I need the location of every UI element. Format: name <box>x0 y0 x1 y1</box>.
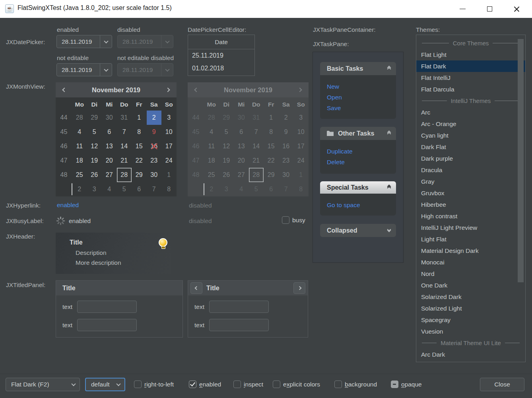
theme-list-item[interactable]: IntelliJ Light Preview <box>416 222 525 233</box>
checkbox-box[interactable] <box>134 381 142 388</box>
task-link[interactable]: New <box>327 81 396 92</box>
day-cell[interactable]: 30 <box>102 111 117 125</box>
table-row[interactable]: 25.11.2019 <box>188 49 254 62</box>
theme-list-item[interactable]: Arc - Orange <box>416 118 525 130</box>
day-cell[interactable]: 4 <box>234 182 249 196</box>
day-cell[interactable]: 7 <box>147 182 162 196</box>
day-cell[interactable]: 7 <box>117 125 132 139</box>
day-cell[interactable]: 6 <box>102 125 117 139</box>
prev-month-button[interactable] <box>56 82 73 97</box>
date-value[interactable]: 28.11.2019 <box>57 64 100 76</box>
day-cell[interactable]: 2 <box>204 182 219 196</box>
day-cell[interactable]: 24 <box>293 153 309 168</box>
text-field[interactable] <box>77 319 137 331</box>
day-cell[interactable]: 15 <box>264 139 279 153</box>
day-cell[interactable]: 28 <box>117 168 132 182</box>
day-cell[interactable]: 3 <box>161 111 177 125</box>
day-cell[interactable]: 9 <box>147 125 162 139</box>
day-cell[interactable]: 16 <box>279 139 294 153</box>
day-cell[interactable]: 23 <box>279 153 294 168</box>
theme-list-item[interactable]: Nord <box>416 268 525 280</box>
date-column-header[interactable]: Date <box>188 35 254 49</box>
date-value[interactable]: 28.11.2019 <box>57 35 100 48</box>
theme-list-item[interactable]: Arc <box>416 107 525 118</box>
theme-list-item[interactable]: Hiberbee <box>416 199 525 210</box>
day-cell[interactable]: 11 <box>204 139 219 153</box>
theme-list-item[interactable]: Gruvbox <box>416 187 525 199</box>
next-month-button[interactable] <box>159 82 177 97</box>
minimize-button[interactable] <box>453 0 472 18</box>
text-field[interactable] <box>209 301 269 313</box>
scrollbar[interactable] <box>516 36 524 361</box>
day-cell[interactable]: 28 <box>204 111 219 125</box>
checkbox-box[interactable] <box>273 381 280 388</box>
day-cell[interactable]: 27 <box>234 168 249 182</box>
taskpane-header[interactable]: Collapsed <box>320 224 396 237</box>
hyperlink-enabled[interactable]: enabled <box>57 202 79 209</box>
day-cell[interactable]: 6 <box>132 182 147 196</box>
day-cell[interactable]: 6 <box>264 182 279 196</box>
day-cell[interactable]: 21 <box>117 153 132 168</box>
theme-list-item[interactable]: High contrast <box>416 210 525 222</box>
table-row[interactable]: 01.02.2018 <box>188 62 254 75</box>
datepicker-dropdown-button[interactable] <box>100 35 112 48</box>
day-cell[interactable]: 17 <box>293 139 309 153</box>
theme-list-item[interactable]: Solarized Dark <box>416 291 525 303</box>
day-cell[interactable]: 31 <box>249 111 264 125</box>
checkbox-box[interactable] <box>391 381 398 388</box>
panel-next-button[interactable] <box>293 282 305 294</box>
theme-list-item[interactable]: Gray <box>416 176 525 187</box>
day-cell[interactable]: 26 <box>87 168 102 182</box>
opaque-checkbox[interactable]: opaque <box>391 381 422 388</box>
day-cell[interactable]: 7 <box>249 125 264 139</box>
checkbox-box[interactable] <box>282 216 289 224</box>
theme-list-item[interactable]: Flat IntelliJ <box>416 72 525 83</box>
day-cell[interactable]: 3 <box>293 111 309 125</box>
day-cell[interactable]: 4 <box>204 125 219 139</box>
day-cell[interactable]: 20 <box>234 153 249 168</box>
task-link[interactable]: Delete <box>327 157 396 167</box>
maximize-button[interactable] <box>480 0 499 18</box>
day-cell[interactable]: 8 <box>161 182 177 196</box>
theme-list-item[interactable]: Arc Dark <box>416 349 525 360</box>
day-cell[interactable]: 12 <box>219 139 234 153</box>
text-field[interactable] <box>209 319 269 331</box>
day-cell[interactable]: 28 <box>249 168 264 182</box>
theme-list-item[interactable]: Vuesion <box>416 326 525 337</box>
theme-combobox[interactable]: Flat Dark (F2) <box>6 378 80 391</box>
day-cell[interactable]: 5 <box>249 182 264 196</box>
day-cell[interactable]: 5 <box>219 125 234 139</box>
day-cell[interactable]: 29 <box>219 111 234 125</box>
background-checkbox[interactable]: background <box>334 381 377 388</box>
day-cell[interactable]: 14 <box>117 139 132 153</box>
day-cell[interactable]: 19 <box>87 153 102 168</box>
day-cell[interactable]: 23 <box>147 153 162 168</box>
theme-list-item[interactable]: Arc Dark Contrast <box>416 360 525 362</box>
theme-list-item[interactable]: One Dark <box>416 280 525 291</box>
panel-prev-button[interactable] <box>190 282 202 294</box>
day-cell[interactable]: 5 <box>117 182 132 196</box>
day-cell[interactable]: 24 <box>161 153 177 168</box>
day-cell[interactable]: 8 <box>132 125 147 139</box>
day-cell[interactable]: 4 <box>102 182 117 196</box>
day-cell[interactable]: 11 <box>72 139 87 153</box>
theme-list-item[interactable]: Flat Darcula <box>416 83 525 95</box>
day-cell[interactable]: 2 <box>72 182 87 196</box>
day-cell[interactable]: 8 <box>293 182 309 196</box>
checkbox-box[interactable] <box>334 381 342 388</box>
day-cell[interactable]: 18 <box>204 153 219 168</box>
day-cell[interactable]: 13 <box>102 139 117 153</box>
task-link[interactable]: Open <box>327 92 396 103</box>
day-cell[interactable]: 14 <box>249 139 264 153</box>
datepicker-dropdown-button[interactable] <box>100 64 112 76</box>
text-field[interactable] <box>77 301 137 313</box>
day-cell[interactable]: 19 <box>219 153 234 168</box>
option-combobox[interactable]: default <box>85 378 125 391</box>
theme-list-item[interactable]: Dark purple <box>416 153 525 164</box>
day-cell[interactable]: 30 <box>279 168 294 182</box>
theme-list-item[interactable]: Dracula <box>416 164 525 176</box>
inspect-checkbox[interactable]: inspect <box>233 381 263 388</box>
day-cell[interactable]: 25 <box>204 168 219 182</box>
theme-list-item[interactable]: Material Design Dark <box>416 245 525 256</box>
day-cell[interactable]: 27 <box>102 168 117 182</box>
